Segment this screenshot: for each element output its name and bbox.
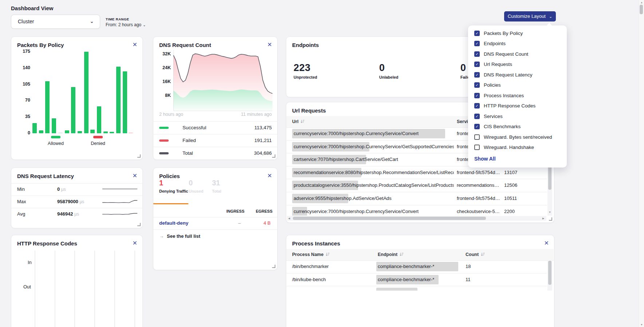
policy-name-link[interactable]: default-deny: [159, 220, 188, 226]
scroll-down-icon[interactable]: ▼: [549, 211, 551, 213]
menu-item-label: Process Instances: [484, 93, 524, 98]
see-full-list-link[interactable]: →See the full list: [159, 233, 200, 239]
stat-value: 223: [294, 62, 317, 74]
unchecked-checkbox-icon[interactable]: [474, 134, 480, 140]
latency-unit: µs: [74, 212, 79, 217]
count-cell: 12506: [504, 182, 517, 188]
sort-icon[interactable]: [298, 119, 305, 124]
legend-item: Allowed: [39, 136, 72, 146]
checked-checkbox-icon[interactable]: ✓: [474, 41, 480, 46]
legend-value: 191,211: [254, 138, 272, 143]
scroll-up-icon[interactable]: ▲: [640, 1, 643, 4]
checked-checkbox-icon[interactable]: ✓: [474, 72, 480, 78]
resize-grip-icon[interactable]: [272, 154, 275, 158]
menu-item-label: Endpoints: [484, 41, 506, 46]
checked-checkbox-icon[interactable]: ✓: [474, 93, 480, 98]
menu-item-wireguard-bytes-sent-received[interactable]: Wireguard. Bytes sent/received: [468, 132, 567, 142]
scrollbar-thumb[interactable]: [293, 217, 486, 220]
policies-tab-denying-traffic[interactable]: 1 Denying Traffic: [159, 179, 188, 193]
menu-item-cis-benchmarks[interactable]: ✓ CIS Benchmarks: [468, 122, 567, 132]
allowed-bar: [32, 123, 37, 133]
menu-item-dns-request-count[interactable]: ✓ DNS Request Count: [468, 49, 567, 59]
url-request-row[interactable]: currencyservice:7000/hipstershop.Currenc…: [286, 205, 547, 216]
y-axis-tick-label: 0: [14, 130, 30, 135]
close-icon[interactable]: ✕: [133, 172, 137, 179]
menu-item-http-response-codes[interactable]: ✓ HTTP Response Codes: [468, 101, 567, 111]
menu-item-endpoints[interactable]: ✓ Endpoints: [468, 39, 567, 49]
menu-item-services[interactable]: ✓ Services: [468, 111, 567, 122]
resize-grip-icon[interactable]: [137, 154, 141, 158]
scrollbar-thumb[interactable]: [640, 5, 643, 14]
chevron-down-icon: ⌄: [549, 14, 552, 19]
close-icon[interactable]: ✕: [267, 41, 272, 48]
tab-label: Denying Traffic: [159, 189, 188, 193]
close-icon[interactable]: ✕: [544, 240, 549, 247]
page-scrollbar[interactable]: ▲ ▼: [639, 0, 644, 327]
endpoint-cell: compliance-benchmarker-*: [378, 264, 434, 269]
card-title: Packets By Policy: [17, 42, 64, 48]
customize-layout-button[interactable]: Customize Layout⌄: [504, 11, 556, 21]
process-row[interactable]: /bin/benchmarker compliance-benchmarker-…: [286, 260, 547, 273]
scroll-right-icon[interactable]: ▶: [542, 217, 544, 220]
url-request-row[interactable]: recommendationservice:8080/hipstershop.R…: [286, 166, 547, 180]
process-row[interactable]: benchmarker compliance-benchmarker-* 9: [286, 286, 547, 291]
policies-tab-total[interactable]: 31 Total: [212, 179, 221, 193]
url-request-row[interactable]: adservice:9555/hipstershop.AdService/Get…: [286, 192, 547, 205]
allowed-bar: [52, 118, 56, 133]
scrollbar-thumb[interactable]: [548, 166, 551, 190]
service-cell: checkoutservice-56…: [457, 209, 501, 214]
menu-item-process-instances[interactable]: ✓ Process Instances: [468, 90, 567, 101]
card-title: Process Instances: [292, 240, 340, 247]
latency-value: 0 µs: [57, 186, 66, 192]
count-cell: 10511: [504, 196, 517, 201]
checked-checkbox-icon[interactable]: ✓: [474, 62, 480, 67]
resize-grip-icon[interactable]: [137, 223, 141, 226]
service-cell: frontend-5fc5754db…: [457, 170, 501, 175]
egress-value: 4 B: [237, 220, 271, 226]
sort-icon[interactable]: [479, 252, 485, 257]
checked-checkbox-icon[interactable]: ✓: [474, 114, 480, 119]
time-range-value[interactable]: From: 2 hours ago⌄: [106, 22, 146, 27]
checked-checkbox-icon[interactable]: ✓: [474, 31, 480, 36]
menu-item-policies[interactable]: ✓ Policies: [468, 80, 567, 91]
checked-checkbox-icon[interactable]: ✓: [474, 82, 480, 88]
show-all-link[interactable]: Show All: [468, 153, 567, 162]
menu-list: ✓ Packets By Policy ✓ Endpoints ✓ DNS Re…: [468, 28, 567, 153]
close-icon[interactable]: ✕: [133, 240, 137, 247]
url-cell: currencyservice:7000/hipstershop.Currenc…: [294, 144, 454, 149]
menu-item-packets-by-policy[interactable]: ✓ Packets By Policy: [468, 28, 567, 39]
endpoint-column-header[interactable]: Endpoint: [378, 252, 404, 257]
y-axis-tick-label: 175: [14, 49, 30, 54]
chevron-down-icon: ⌄: [90, 18, 94, 24]
scroll-down-icon[interactable]: ▼: [640, 323, 643, 326]
menu-item-label: Packets By Policy: [484, 31, 523, 36]
menu-item-url-requests[interactable]: ✓ Url Requests: [468, 59, 567, 70]
process-name-column-header[interactable]: Process Name: [292, 252, 330, 257]
legend-item: Denied: [82, 136, 114, 146]
resize-grip-icon[interactable]: [272, 265, 275, 268]
policies-tab-unused[interactable]: 0 Unused: [189, 179, 203, 193]
unchecked-checkbox-icon[interactable]: [474, 145, 480, 150]
policies-table-header: INGRESS EGRESS: [153, 208, 277, 217]
process-row[interactable]: /bin/kube-bench compliance-benchmarker-*…: [286, 273, 547, 287]
count-column-header[interactable]: Count: [466, 252, 485, 257]
out-row-label: Out: [23, 284, 31, 289]
process-table-rows: /bin/benchmarker compliance-benchmarker-…: [286, 260, 547, 291]
url-column-header[interactable]: Url: [292, 119, 305, 124]
menu-item-dns-request-latency[interactable]: ✓ DNS Request Latency: [468, 70, 567, 80]
active-tab-underline: [153, 203, 188, 204]
menu-item-wireguard-handshake[interactable]: Wireguard. Handshake: [468, 142, 567, 153]
checked-checkbox-icon[interactable]: ✓: [474, 103, 480, 109]
scroll-left-icon[interactable]: ◀: [288, 217, 290, 220]
view-selector[interactable]: Cluster ⌄: [11, 15, 100, 29]
url-request-row[interactable]: productcatalogservice:3550/hipstershop.P…: [286, 179, 547, 192]
latency-sparkline: [102, 198, 137, 206]
scrollbar-thumb[interactable]: [548, 261, 551, 285]
sort-icon[interactable]: [323, 252, 330, 257]
checked-checkbox-icon[interactable]: ✓: [474, 124, 480, 129]
resize-grip-icon[interactable]: [549, 217, 552, 221]
sort-icon[interactable]: [397, 252, 404, 257]
checked-checkbox-icon[interactable]: ✓: [474, 51, 480, 57]
close-icon[interactable]: ✕: [133, 41, 137, 48]
close-icon[interactable]: ✕: [267, 172, 272, 179]
